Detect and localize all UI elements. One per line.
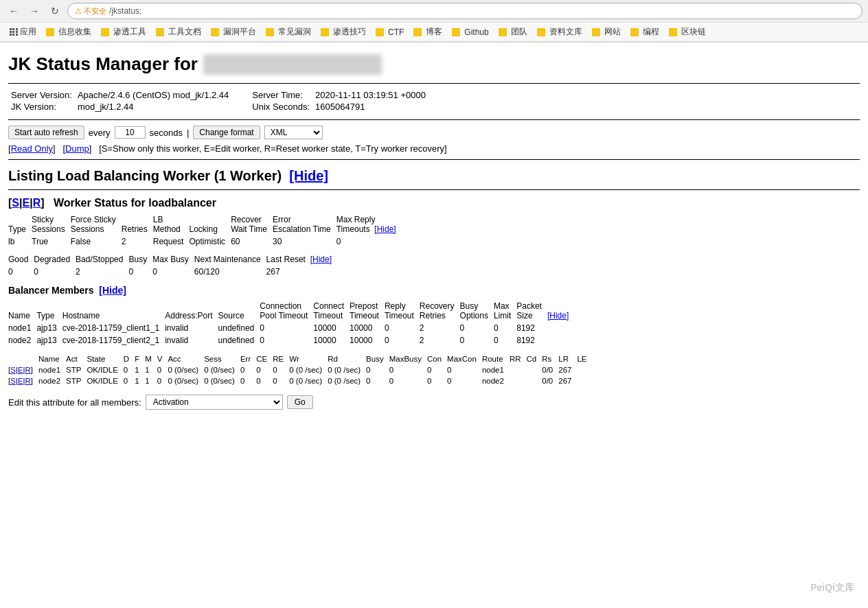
wd-maxcon-1: 0 [447, 375, 482, 386]
state-last-reset: 267 [266, 266, 337, 278]
state-hide-link[interactable]: [Hide] [310, 255, 332, 264]
state-max-busy: 0 [152, 266, 194, 278]
m-conn-1: 0 [260, 334, 313, 347]
col-degraded: Degraded [34, 253, 76, 266]
col-wd-ce: CE [256, 353, 273, 364]
server-info: Server Version: Apache/2.4.6 (CentOS) mo… [8, 89, 860, 113]
wd-r-link-0[interactable]: R [25, 366, 31, 374]
m-empty-1 [547, 334, 574, 347]
title-blurred-image [203, 54, 382, 75]
m-packet-1: 8192 [516, 334, 547, 347]
lb-row: lb True False 2 Request Optimistic 60 30… [8, 235, 402, 248]
wd-name-0: node1 [38, 364, 66, 375]
worker-r-link[interactable]: R [33, 197, 41, 209]
read-only-link[interactable]: Read Only [11, 143, 53, 154]
wd-m-1: 1 [145, 375, 157, 386]
m-packet-0: 8192 [516, 322, 547, 334]
col-wd-cd: Cd [527, 353, 542, 364]
state-degraded: 0 [34, 266, 76, 278]
bookmark-tools-doc[interactable]: 工具文档 [152, 25, 205, 39]
wd-wr-0: 0 (0 /sec) [289, 364, 328, 375]
col-wd-lr: LR [558, 353, 577, 364]
col-m-address: Address:Port [165, 300, 218, 322]
interval-input[interactable] [115, 126, 146, 139]
bookmark-pentest-tips[interactable]: 渗透技巧 [317, 25, 370, 39]
lb-hide-link[interactable]: [Hide] [374, 224, 396, 234]
wd-rr-1 [510, 375, 527, 386]
col-good: Good [8, 253, 34, 266]
m-max-limit-1: 0 [494, 334, 516, 347]
bookmark-ctf[interactable]: CTF [372, 26, 408, 38]
start-auto-refresh-button[interactable]: Start auto refresh [8, 126, 84, 139]
state-good: 0 [8, 266, 34, 278]
bookmark-apps[interactable]: 应用 [5, 25, 41, 39]
worker-ser-links: [S|E|R] [8, 197, 47, 209]
browser-chrome: ← → ↻ ⚠ 不安全 /jkstatus; 应用 信息收集 渗透工具 工具文档… [0, 0, 868, 43]
lb-table: Type StickySessions Force StickySessions… [8, 213, 402, 248]
bookmark-pentest-tools[interactable]: 渗透工具 [97, 25, 150, 39]
lb-max-reply: 0 [336, 235, 402, 248]
bookmark-blockchain[interactable]: 区块链 [665, 25, 710, 39]
wd-cd-0 [527, 364, 542, 375]
col-sticky-sess: StickySessions [32, 213, 71, 235]
col-wd-name: Name [38, 353, 66, 364]
forward-button[interactable]: → [26, 3, 43, 19]
col-bad-stopped: Bad/Stopped [76, 253, 128, 266]
col-wd-d: D [124, 353, 135, 364]
bookmark-github[interactable]: Github [448, 26, 492, 38]
wd-rd-1: 0 (0 /sec) [328, 375, 366, 386]
mid-divider-2 [8, 159, 860, 160]
wd-e-link-1[interactable]: E [18, 377, 23, 385]
col-m-reply: ReplyTimeout [385, 300, 420, 322]
server-time-label: Server Time: [249, 89, 312, 101]
bookmark-info-collect[interactable]: 信息收集 [42, 25, 95, 39]
reload-button[interactable]: ↻ [47, 3, 63, 19]
wd-s-link-1[interactable]: S [10, 377, 16, 385]
worker-s-link[interactable]: S [12, 197, 19, 209]
balancer-hide-link[interactable]: [Hide] [99, 285, 126, 296]
wd-e-link-0[interactable]: E [18, 366, 23, 374]
dump-link[interactable]: Dump [65, 143, 89, 154]
wd-s-link-0[interactable]: S [10, 366, 16, 374]
go-button[interactable]: Go [287, 395, 313, 409]
col-wd-acc: Acc [168, 353, 204, 364]
wd-rr-0 [510, 364, 527, 375]
listing-hide-link[interactable]: [Hide] [289, 168, 328, 183]
bookmark-blog[interactable]: 博客 [409, 25, 446, 39]
col-m-prepost: PrepostTimeout [350, 300, 385, 322]
m-address-0: invalid [165, 322, 218, 334]
members-hide-link[interactable]: [Hide] [547, 311, 569, 320]
bookmark-vuln-platform[interactable]: 漏洞平台 [207, 25, 260, 39]
col-wd-con: Con [427, 353, 447, 364]
m-reply-1: 0 [385, 334, 420, 347]
worker-e-link[interactable]: E [22, 197, 30, 209]
state-bad-stopped: 2 [76, 266, 128, 278]
back-button[interactable]: ← [5, 3, 22, 19]
m-hostname-1: cve-2018-11759_client2_1 [62, 334, 165, 347]
col-recover-wait: RecoverWait Time [231, 213, 273, 235]
wd-maxbusy-1: 0 [389, 375, 427, 386]
state-table: Good Degraded Bad/Stopped Busy Max Busy … [8, 253, 337, 278]
format-select[interactable]: XML HTML Properties Text [264, 126, 323, 139]
m-type-0: ajp13 [36, 322, 62, 334]
address-bar[interactable]: ⚠ 不安全 /jkstatus; [67, 3, 863, 19]
edit-attribute-select[interactable]: ActivationLoad factorDistanceReply timeo… [146, 395, 283, 410]
m-source-0: undefined [218, 322, 260, 334]
every-label: every [89, 128, 111, 138]
bookmark-website[interactable]: 网站 [588, 25, 625, 39]
bookmark-programming[interactable]: 编程 [626, 25, 663, 39]
wd-serlinks-1: [S|E|R] [8, 375, 38, 386]
wd-le-0 [577, 364, 592, 375]
col-locking: Locking [189, 213, 231, 235]
bookmark-team[interactable]: 团队 [494, 25, 532, 39]
wd-r-link-1[interactable]: R [25, 377, 31, 385]
bookmark-common-vuln[interactable]: 常见漏洞 [262, 25, 315, 39]
wd-re-1: 0 [273, 375, 289, 386]
col-m-max-limit: MaxLimit [494, 300, 516, 322]
balancer-members-title: Balancer Members [Hide] [8, 285, 860, 296]
wd-sess-1: 0 (0/sec) [204, 375, 240, 386]
change-format-button[interactable]: Change format [193, 126, 260, 139]
wd-lr-1: 267 [558, 375, 577, 386]
bookmark-resource-lib[interactable]: 资料文库 [533, 25, 586, 39]
worker-detail-row: [S|E|R] node2 STP OK/IDLE 0 1 1 0 0 (0/s… [8, 375, 593, 386]
